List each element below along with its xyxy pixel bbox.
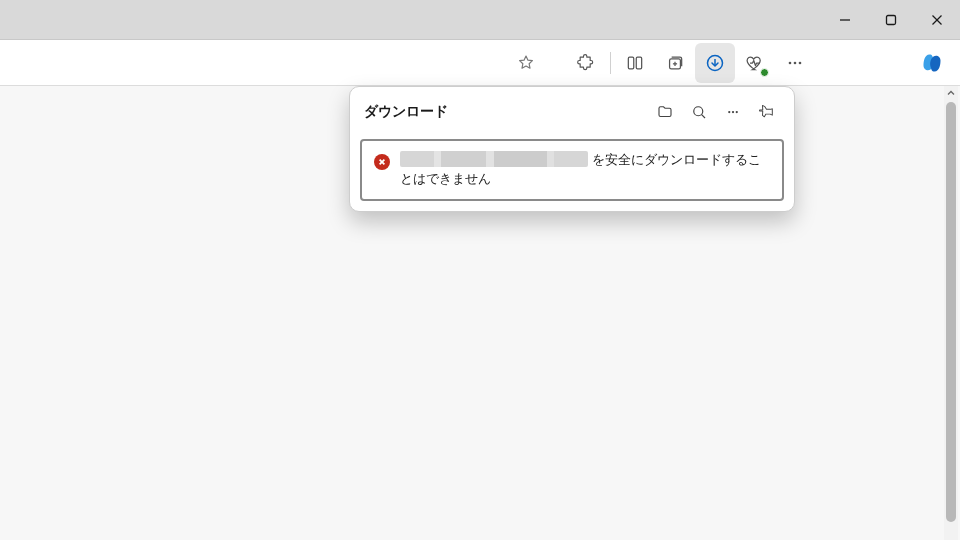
minimize-icon bbox=[839, 14, 851, 26]
download-icon bbox=[705, 53, 725, 73]
favorite-button[interactable] bbox=[506, 43, 546, 83]
more-horizontal-icon bbox=[724, 103, 742, 121]
error-icon bbox=[374, 154, 390, 170]
downloads-popup: ダウンロード を安全にダウンロードすることはできません bbox=[349, 86, 795, 212]
extensions-button[interactable] bbox=[566, 43, 606, 83]
downloads-popup-title: ダウンロード bbox=[364, 103, 648, 121]
downloads-more-button[interactable] bbox=[716, 95, 750, 129]
scroll-up-arrow[interactable] bbox=[944, 86, 958, 100]
svg-point-12 bbox=[794, 61, 797, 64]
svg-rect-4 bbox=[628, 57, 633, 69]
svg-rect-5 bbox=[636, 57, 641, 69]
copilot-button[interactable] bbox=[912, 43, 952, 83]
status-ok-badge bbox=[760, 68, 769, 77]
browser-essentials-button[interactable] bbox=[735, 43, 775, 83]
close-icon bbox=[931, 14, 943, 26]
svg-point-17 bbox=[732, 111, 734, 113]
svg-rect-1 bbox=[887, 15, 896, 24]
pin-icon bbox=[758, 103, 776, 121]
browser-toolbar bbox=[0, 40, 960, 86]
star-icon bbox=[516, 53, 536, 73]
window-titlebar bbox=[0, 0, 960, 40]
puzzle-icon bbox=[576, 53, 596, 73]
downloads-popup-header: ダウンロード bbox=[350, 87, 794, 135]
window-close-button[interactable] bbox=[914, 0, 960, 40]
folder-icon bbox=[656, 103, 674, 121]
maximize-icon bbox=[885, 14, 897, 26]
svg-point-16 bbox=[728, 111, 730, 113]
split-screen-button[interactable] bbox=[615, 43, 655, 83]
page-content: ダウンロード を安全にダウンロードすることはできません bbox=[0, 86, 960, 540]
settings-more-button[interactable] bbox=[775, 43, 815, 83]
search-downloads-button[interactable] bbox=[682, 95, 716, 129]
collections-button[interactable] bbox=[655, 43, 695, 83]
scrollbar-thumb[interactable] bbox=[946, 102, 956, 522]
svg-line-15 bbox=[702, 115, 705, 118]
svg-point-13 bbox=[799, 61, 802, 64]
download-item[interactable]: を安全にダウンロードすることはできません bbox=[360, 139, 784, 201]
copilot-icon bbox=[920, 51, 944, 75]
svg-point-14 bbox=[694, 107, 703, 116]
search-icon bbox=[690, 103, 708, 121]
more-horizontal-icon bbox=[785, 53, 805, 73]
download-item-message: を安全にダウンロードすることはできません bbox=[400, 151, 770, 189]
downloads-button[interactable] bbox=[695, 43, 735, 83]
split-screen-icon bbox=[625, 53, 645, 73]
chevron-up-icon bbox=[946, 88, 956, 98]
window-minimize-button[interactable] bbox=[822, 0, 868, 40]
address-bar-area bbox=[0, 40, 560, 85]
svg-point-18 bbox=[736, 111, 738, 113]
download-filename-redacted bbox=[400, 151, 588, 167]
toolbar-separator bbox=[610, 52, 611, 74]
vertical-scrollbar[interactable] bbox=[944, 86, 958, 540]
pin-downloads-button[interactable] bbox=[750, 95, 784, 129]
svg-point-11 bbox=[789, 61, 792, 64]
collections-icon bbox=[665, 53, 685, 73]
open-downloads-folder-button[interactable] bbox=[648, 95, 682, 129]
window-maximize-button[interactable] bbox=[868, 0, 914, 40]
